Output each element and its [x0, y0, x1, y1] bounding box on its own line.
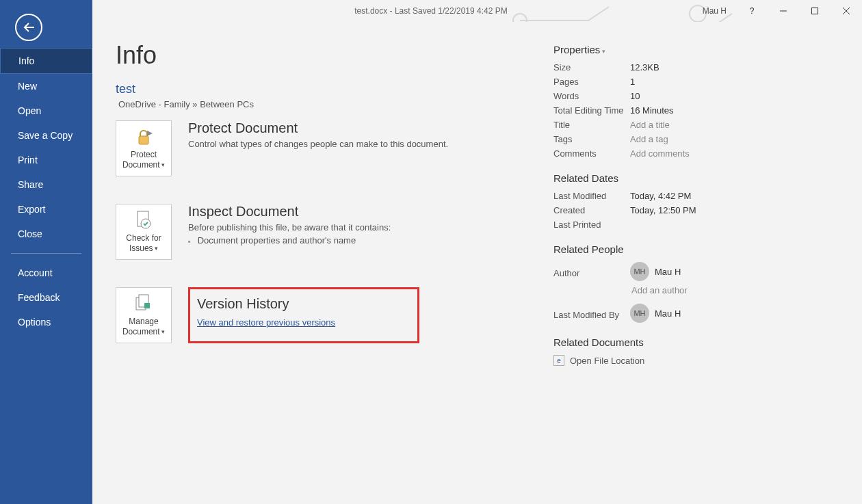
inspect-item: Document properties and author's name	[188, 235, 391, 246]
inspect-title: Inspect Document	[188, 204, 391, 220]
last-modified-label: Last Modified	[553, 191, 630, 201]
title-text: test.docx - Last Saved 1/22/2019 4:42 PM	[354, 6, 507, 16]
comments-label: Comments	[553, 148, 630, 159]
lock-icon	[133, 127, 154, 147]
pages-label: Pages	[553, 77, 630, 87]
sidebar-item-print[interactable]: Print	[0, 148, 92, 172]
sidebar-separator	[11, 253, 81, 254]
last-modified-value: Today, 4:42 PM	[630, 191, 691, 201]
documents-icon	[133, 293, 154, 314]
maximize-button[interactable]	[799, 0, 831, 22]
inspect-desc: Before publishing this file, be aware th…	[188, 222, 391, 246]
sidebar-item-close[interactable]: Close	[0, 222, 92, 246]
check-for-issues-button[interactable]: Check for Issues	[116, 204, 172, 260]
view-versions-link[interactable]: View and restore previous versions	[197, 317, 335, 328]
title-input[interactable]: Add a title	[630, 120, 670, 130]
created-value: Today, 12:50 PM	[630, 205, 696, 215]
words-label: Words	[553, 91, 630, 101]
size-value: 12.3KB	[630, 62, 659, 72]
sidebar-item-feedback[interactable]: Feedback	[0, 285, 92, 310]
size-label: Size	[553, 62, 630, 72]
sidebar-item-open[interactable]: Open	[0, 98, 92, 123]
manage-document-button[interactable]: Manage Document	[116, 287, 172, 343]
version-history-highlight: Version History View and restore previou…	[188, 287, 419, 343]
sidebar-item-new[interactable]: New	[0, 74, 92, 98]
svg-rect-3	[812, 8, 818, 14]
add-author-input[interactable]: Add an author	[631, 285, 807, 295]
created-label: Created	[553, 205, 630, 215]
last-printed-label: Last Printed	[553, 220, 630, 230]
tags-label: Tags	[553, 134, 630, 144]
sidebar-item-options[interactable]: Options	[0, 310, 92, 334]
backstage-sidebar: Info New Open Save a Copy Print Share Ex…	[0, 0, 92, 504]
document-check-icon	[133, 210, 154, 230]
titlebar: test.docx - Last Saved 1/22/2019 4:42 PM…	[0, 0, 862, 22]
back-arrow-icon	[23, 22, 35, 33]
related-documents-heading: Related Documents	[553, 336, 807, 348]
comments-input[interactable]: Add comments	[630, 148, 690, 159]
pages-value: 1	[630, 77, 635, 87]
editing-time-value: 16 Minutes	[630, 105, 674, 116]
folder-icon: e	[553, 355, 564, 366]
tags-input[interactable]: Add a tag	[630, 134, 668, 144]
protect-title: Protect Document	[188, 120, 448, 136]
title-label: Title	[553, 120, 630, 130]
words-value: 10	[630, 91, 640, 101]
author-label: Author	[553, 265, 630, 278]
author-avatar[interactable]: MH	[630, 262, 649, 281]
svg-rect-11	[144, 303, 150, 308]
svg-rect-6	[139, 136, 148, 144]
sidebar-item-account[interactable]: Account	[0, 261, 92, 285]
version-title: Version History	[197, 296, 335, 312]
close-button[interactable]	[831, 0, 862, 22]
protect-document-button[interactable]: Protect Document	[116, 120, 172, 176]
related-dates-heading: Related Dates	[553, 172, 807, 184]
sidebar-item-info[interactable]: Info	[0, 48, 92, 74]
editing-time-label: Total Editing Time	[553, 105, 630, 116]
back-button[interactable]	[15, 14, 42, 41]
properties-panel: Properties Size12.3KB Pages1 Words10 Tot…	[553, 41, 807, 366]
sidebar-item-save-a-copy[interactable]: Save a Copy	[0, 123, 92, 148]
minimize-button[interactable]	[768, 0, 799, 22]
main-content: Info test OneDrive - Family » Between PC…	[92, 22, 862, 504]
help-button[interactable]: ?	[736, 0, 768, 22]
related-people-heading: Related People	[553, 243, 807, 255]
modified-by-name[interactable]: Mau H	[655, 308, 681, 319]
open-file-location[interactable]: e Open File Location	[553, 355, 807, 366]
sidebar-item-share[interactable]: Share	[0, 172, 92, 197]
sidebar-item-export[interactable]: Export	[0, 197, 92, 222]
protect-desc: Control what types of changes people can…	[188, 139, 448, 149]
properties-heading[interactable]: Properties	[553, 44, 807, 55]
modified-by-label: Last Modified By	[553, 307, 630, 320]
modified-by-avatar[interactable]: MH	[630, 304, 649, 323]
user-name[interactable]: Mau H	[703, 6, 727, 16]
author-name[interactable]: Mau H	[655, 267, 681, 277]
